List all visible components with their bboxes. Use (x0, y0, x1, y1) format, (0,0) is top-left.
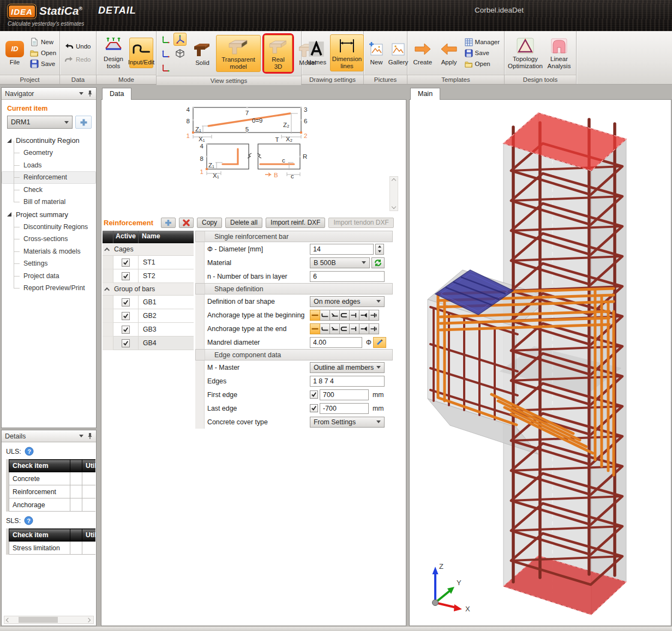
template-open-button[interactable]: Open (463, 59, 501, 69)
material-refresh-button[interactable] (371, 257, 385, 268)
anchorage-welded-bar-button[interactable] (359, 310, 369, 321)
group-row-group-of-bars[interactable]: Group of bars (103, 283, 194, 296)
new-picture-icon (369, 40, 384, 58)
scroll-right-icon[interactable] (86, 617, 91, 622)
mandrel-diameter-input[interactable] (310, 337, 362, 348)
undo-button[interactable]: Undo (63, 42, 93, 51)
template-manager-button[interactable]: Manager (463, 38, 501, 47)
list-item-st2[interactable]: ST2 (103, 269, 194, 283)
anchorage-plate-button[interactable] (369, 310, 379, 321)
list-item-st1[interactable]: ST1 (103, 256, 194, 269)
master-select[interactable]: Outline all members (310, 362, 385, 373)
new-button[interactable]: New (28, 37, 58, 47)
picture-new-button[interactable]: New (367, 38, 386, 68)
data-tabstrip: Data (101, 87, 406, 100)
list-item-gb2[interactable]: GB2 (103, 309, 194, 323)
anchorage-welded-bar-button[interactable] (359, 323, 369, 334)
anchorage-bend-button[interactable] (320, 310, 330, 321)
names-button[interactable]: Names (304, 38, 328, 68)
list-item-gb4[interactable]: GB4 (103, 336, 194, 350)
scrollbar-thumb[interactable] (19, 617, 58, 623)
design-tools-mode-button[interactable]: Design tools (99, 34, 128, 71)
import-reinf-dxf-button[interactable]: Import reinf. DXF (266, 218, 325, 228)
solid-view-button[interactable]: Solid (190, 38, 214, 68)
real-3d-button[interactable]: Real 3D (264, 35, 292, 72)
current-item-select[interactable]: DRM1 (7, 116, 73, 129)
help-icon[interactable]: ? (24, 516, 33, 525)
diameter-input[interactable] (310, 244, 374, 255)
active-checkbox[interactable] (122, 259, 130, 267)
anchorage-hook-button[interactable] (329, 310, 340, 321)
copy-button[interactable]: Copy (197, 218, 222, 228)
file-button[interactable]: ID File (3, 38, 27, 68)
anchorage-straight-button[interactable] (310, 310, 320, 321)
scroll-up-icon[interactable] (392, 178, 396, 183)
nav-item-bill-of-material[interactable]: Bill of material (2, 196, 96, 208)
active-checkbox[interactable] (122, 298, 130, 307)
last-edge-checkbox[interactable] (310, 404, 318, 412)
help-icon[interactable]: ? (25, 447, 34, 456)
linear-analysis-button[interactable]: Linear Analysis (545, 34, 573, 71)
pin-icon[interactable] (87, 432, 93, 440)
active-checkbox[interactable] (122, 312, 130, 320)
scroll-left-icon[interactable] (6, 617, 10, 622)
diagram-vertical-scrollbar[interactable] (389, 176, 398, 211)
collapse-caret-icon[interactable] (79, 92, 83, 95)
open-button[interactable]: Open (28, 48, 58, 58)
anchorage-bend-button[interactable] (320, 323, 330, 334)
save-button[interactable]: Save (28, 59, 58, 69)
last-edge-input[interactable] (320, 403, 369, 414)
spin-down-icon[interactable] (376, 249, 383, 254)
viewport-3d[interactable]: Z Y X (410, 100, 670, 625)
template-create-button[interactable]: Create (410, 38, 435, 68)
nav-item-report-preview[interactable]: Report Preview/Print (2, 282, 96, 295)
active-checkbox[interactable] (122, 339, 130, 347)
active-checkbox[interactable] (122, 272, 130, 280)
first-edge-input[interactable] (320, 389, 369, 400)
cover-type-select[interactable]: From Settings (310, 417, 385, 428)
diameter-spinner[interactable] (375, 244, 384, 255)
collapse-caret-icon[interactable] (79, 435, 83, 437)
topology-optimization-button[interactable]: Topology Optimization (507, 34, 543, 71)
group-row-cages[interactable]: Cages (103, 243, 194, 256)
anchorage-hook-button[interactable] (329, 323, 340, 334)
tab-main[interactable]: Main (410, 88, 440, 100)
edges-input[interactable] (310, 376, 385, 387)
active-checkbox[interactable] (122, 326, 130, 334)
import-tendon-dxf-button[interactable]: Import tendon DXF (328, 218, 393, 228)
list-item-gb3[interactable]: GB3 (103, 323, 194, 336)
tab-data[interactable]: Data (102, 88, 131, 100)
axis-view-xz-button[interactable] (159, 47, 172, 60)
input-edit-mode-button[interactable]: Input/Edit (129, 38, 153, 68)
bar-shape-select[interactable]: On more edges (310, 296, 385, 307)
template-apply-button[interactable]: Apply (437, 38, 461, 68)
anchorage-loop-button[interactable] (339, 323, 350, 334)
transparent-model-button[interactable]: Transparent model (216, 35, 261, 72)
mandrel-edit-button[interactable] (373, 337, 386, 348)
spin-up-icon[interactable] (376, 244, 383, 249)
axis-view-yz-button[interactable] (159, 61, 172, 74)
delete-reinforcement-button[interactable] (179, 218, 194, 228)
axis-view-iso-button[interactable] (173, 33, 187, 46)
delete-all-button[interactable]: Delete all (225, 218, 262, 228)
material-select[interactable]: B 500B (310, 257, 370, 268)
anchorage-perpendicular-button[interactable] (349, 323, 359, 334)
add-reinforcement-button[interactable] (161, 218, 176, 228)
dimension-lines-button[interactable]: Dimension lines (330, 34, 364, 71)
anchorage-plate-button[interactable] (369, 323, 379, 334)
add-region-button[interactable] (75, 116, 92, 129)
anchorage-loop-button[interactable] (339, 310, 350, 321)
template-save-button[interactable]: Save (463, 49, 501, 58)
pin-icon[interactable] (87, 90, 93, 97)
bars-in-layer-input[interactable] (310, 271, 385, 282)
axonometry-cube-button[interactable] (173, 47, 187, 60)
axis-view-xy-button[interactable] (159, 33, 172, 46)
gallery-button[interactable]: Gallery (388, 38, 409, 68)
details-horizontal-scrollbar[interactable] (4, 616, 94, 624)
list-item-gb1[interactable]: GB1 (103, 296, 194, 309)
redo-button[interactable]: Redo (63, 55, 93, 64)
first-edge-checkbox[interactable] (310, 390, 318, 399)
anchorage-straight-button[interactable] (310, 323, 320, 334)
scroll-down-icon[interactable] (392, 205, 396, 209)
anchorage-perpendicular-button[interactable] (349, 310, 359, 321)
